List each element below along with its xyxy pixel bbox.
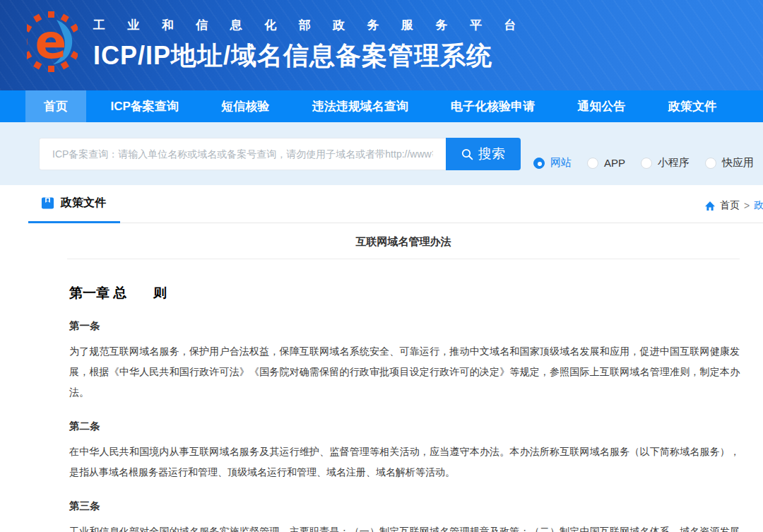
system-title: ICP/IP地址/域名信息备案管理系统 [93, 39, 538, 73]
search-button[interactable]: 搜索 [446, 138, 521, 170]
law-article-heading: 第三条 [69, 500, 740, 513]
radio-option-quickapp[interactable]: 快应用 [705, 156, 754, 170]
book-icon [41, 196, 54, 210]
radio-selected-icon [533, 158, 545, 169]
radio-unselected-icon [705, 158, 716, 169]
breadcrumb-home-link[interactable]: 首页 [720, 199, 740, 212]
breadcrumb: 首页 > 政策文件 [704, 199, 763, 212]
nav-item-notices[interactable]: 通知公告 [560, 90, 644, 122]
platform-title: 工业和信息化部政务服务平台 [93, 17, 538, 33]
nav-item-e-verify-apply[interactable]: 电子化核验申请 [432, 90, 553, 122]
section-title: 政策文件 [61, 196, 106, 211]
section-header: 政策文件 首页 > 政策文件 [0, 185, 763, 223]
tab-policy-files[interactable]: 政策文件 [28, 185, 120, 223]
search-type-options: 网站 APP 小程序 快应用 [533, 156, 763, 170]
nav-item-policy-files[interactable]: 政策文件 [650, 90, 735, 122]
law-article-heading: 第一条 [69, 319, 740, 333]
search-button-label: 搜索 [478, 145, 505, 163]
content-area: 政策文件 首页 > 政策文件 互联网域名管理办法 第一章 总 则 第一条 为了规… [0, 185, 763, 532]
search-section: 搜索 网站 APP 小程序 快应用 [0, 122, 763, 185]
law-article-heading: 第二条 [69, 420, 740, 433]
nav-item-illegal-domain-query[interactable]: 违法违规域名查询 [294, 90, 427, 122]
nav-item-sms-verify[interactable]: 短信核验 [203, 90, 288, 122]
miit-gear-e-logo-icon: e [27, 10, 78, 81]
law-article-body: 在中华人民共和国境内从事互联网域名服务及其运行维护、监督管理等相关活动，应当遵守… [69, 442, 740, 483]
header-titles: 工业和信息化部政务服务平台 ICP/IP地址/域名信息备案管理系统 [93, 17, 538, 73]
magnifier-icon [461, 148, 473, 160]
law-article-body: 为了规范互联网域名服务，保护用户合法权益，保障互联网域名系统安全、可靠运行，推动… [69, 341, 740, 403]
nav-item-icp-query[interactable]: ICP备案查询 [92, 90, 196, 122]
radio-option-website[interactable]: 网站 [533, 156, 572, 170]
article-title: 互联网域名管理办法 [67, 223, 740, 259]
title-divider [67, 259, 740, 259]
nav-item-home[interactable]: 首页 [25, 90, 86, 122]
policy-article: 互联网域名管理办法 第一章 总 则 第一条 为了规范互联网域名服务，保护用户合法… [67, 223, 763, 532]
svg-text:e: e [35, 15, 67, 69]
site-header: e 工业和信息化部政务服务平台 ICP/IP地址/域名信息备案管理系统 [0, 0, 763, 90]
law-article-2: 第二条 在中华人民共和国境内从事互联网域名服务及其运行维护、监督管理等相关活动，… [67, 420, 740, 483]
radio-unselected-icon [641, 158, 652, 169]
main-nav: 首页 ICP备案查询 短信核验 违法违规域名查询 电子化核验申请 通知公告 政策… [0, 90, 763, 122]
breadcrumb-current[interactable]: 政策文件 [754, 199, 763, 212]
chapter-heading: 第一章 总 则 [69, 284, 740, 302]
section-divider [28, 223, 763, 223]
page: e 工业和信息化部政务服务平台 ICP/IP地址/域名信息备案管理系统 首页 I… [0, 0, 763, 532]
law-article-1: 第一条 为了规范互联网域名服务，保护用户合法权益，保障互联网域名系统安全、可靠运… [67, 319, 740, 403]
law-article-3: 第三条 工业和信息化部对全国的域名服务实施监督管理，主要职责是：（一）制定互联网… [67, 500, 740, 532]
search-input[interactable] [39, 138, 446, 170]
radio-option-app[interactable]: APP [587, 157, 625, 169]
radio-unselected-icon [587, 158, 598, 169]
law-article-body: 工业和信息化部对全国的域名服务实施监督管理，主要职责是：（一）制定互联网域名管理… [69, 521, 740, 532]
radio-option-miniprogram[interactable]: 小程序 [641, 156, 690, 170]
breadcrumb-separator: > [744, 200, 750, 211]
home-icon [704, 201, 716, 211]
